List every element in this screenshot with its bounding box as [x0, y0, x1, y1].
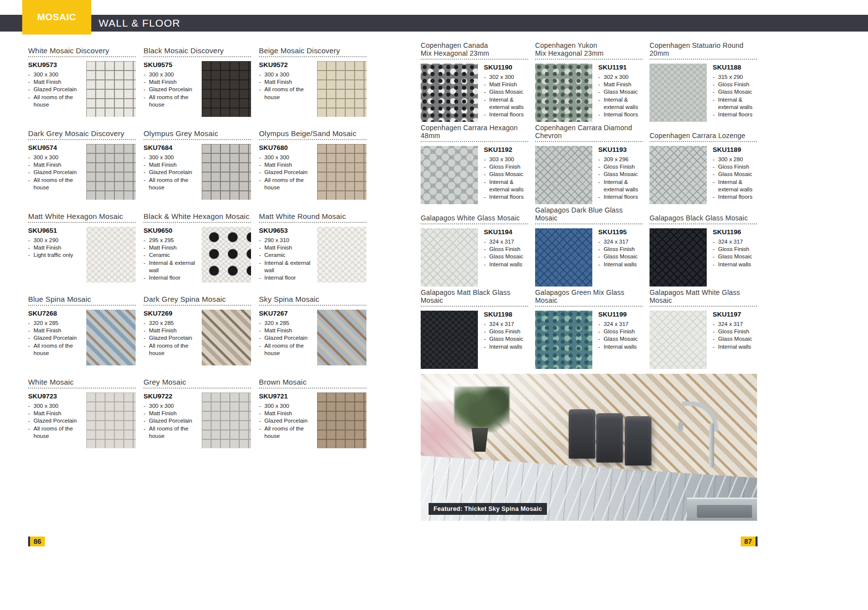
product-info: SKU9721 300 x 300Matt FinishGlazed Porce… [259, 393, 314, 448]
spec-bullet: Matt Finish [259, 410, 314, 417]
product-title: Olympus Grey Mosaic [144, 129, 251, 138]
spec-bullet: Internal & external wall [259, 259, 314, 274]
product-info: SKU9575 300 x 300Matt FinishGlazed Porce… [144, 61, 199, 117]
spec-list: 300 x 290Matt FinishLight traffic only [28, 237, 83, 259]
catalog-header: MOSAIC WALL & FLOOR [0, 0, 868, 36]
product-info: SKU7680 300 x 300Matt FinishGlazed Porce… [259, 144, 314, 200]
spec-bullet: 290 x 310 [259, 237, 314, 244]
spec-list: 324 x 317Gloss FinishGlass MosaicInterna… [484, 238, 528, 268]
product-card: Galapagos Black Glass Mosaic SKU1196 324… [650, 204, 757, 287]
spec-bullet: Ceramic [144, 251, 199, 259]
product-card: White Mosaic SKU9723 300 x 300Matt Finis… [28, 378, 136, 461]
spec-bullet: 320 x 285 [144, 320, 199, 327]
dotted-divider [259, 56, 366, 57]
spec-bullet: 295 x 295 [144, 237, 199, 244]
product-card: Galapagos Green Mix Glass Mosaic SKU1199… [535, 287, 643, 369]
product-sku: SKU1196 [713, 228, 757, 236]
spec-bullet: Glazed Porcelain [259, 169, 314, 176]
tile-swatch-image [202, 227, 251, 283]
product-card: Matt White Round Mosaic SKU9653 290 x 31… [259, 212, 366, 295]
spec-list: 324 x 317Gloss FinishGlass MosaicInterna… [598, 321, 643, 351]
product-info: SKU1197 324 x 317Gloss FinishGlass Mosai… [707, 311, 757, 369]
spec-bullet: Internal floor [144, 274, 199, 282]
spec-bullet: Glass Mosaic [598, 88, 643, 96]
product-info: SKU1193 309 x 296Gloss FinishGlass Mosai… [592, 146, 643, 204]
spec-bullet: 300 x 300 [259, 402, 314, 410]
dotted-divider [421, 306, 528, 307]
product-title: Olympus Beige/Sand Mosaic [259, 129, 366, 138]
product-body: SKU7684 300 x 300Matt FinishGlazed Porce… [144, 144, 251, 200]
product-card: Galapagos Dark Blue Glass Mosaic SKU1195… [535, 204, 643, 287]
tile-swatch-image [535, 311, 592, 369]
spec-bullet: 300 x 300 [259, 71, 314, 78]
product-info: SKU9572 300 x 300Matt FinishAll rooms of… [259, 61, 314, 117]
product-info: SKU1198 324 x 317Gloss FinishGlass Mosai… [478, 311, 528, 369]
product-title: Dark Grey Spina Mosaic [144, 295, 251, 303]
spec-list: 324 x 317Gloss FinishGlass MosaicInterna… [713, 238, 757, 268]
spec-bullet: All rooms of the house [28, 342, 83, 357]
product-body: SKU9721 300 x 300Matt FinishGlazed Porce… [259, 393, 366, 448]
spec-bullet: 300 x 300 [144, 402, 199, 410]
dotted-divider [144, 222, 251, 223]
dotted-divider [421, 59, 528, 60]
spec-bullet: Glazed Porcelain [144, 86, 199, 93]
product-title: Beige Mosaic Discovery [259, 46, 366, 55]
catalog-spread: MOSAIC WALL & FLOOR White Mosaic Discove… [0, 0, 868, 610]
spec-bullet: Glazed Porcelain [28, 169, 83, 176]
product-title: Galapagos Matt Black Glass Mosaic [421, 287, 528, 304]
spec-bullet: All rooms of the house [144, 94, 199, 108]
spec-list: 324 x 317Gloss FinishGlass MosaicInterna… [598, 238, 643, 268]
tile-swatch-image [202, 393, 251, 448]
product-sku: SKU9575 [144, 61, 199, 69]
dotted-divider [650, 223, 757, 224]
tile-swatch-image [535, 228, 592, 287]
spec-bullet: 300 x 300 [28, 402, 83, 410]
product-sku: SKU9651 [28, 227, 83, 234]
product-body: SKU1192 303 x 300Gloss FinishGlass Mosai… [421, 146, 528, 204]
dotted-divider [259, 388, 366, 389]
spec-bullet: Internal floors [598, 193, 643, 201]
dotted-divider [535, 59, 643, 60]
product-sku: SKU1199 [598, 311, 643, 318]
dotted-divider [28, 139, 136, 140]
product-card: Olympus Grey Mosaic SKU7684 300 x 300Mat… [144, 129, 251, 212]
product-sku: SKU7269 [144, 310, 199, 317]
spec-list: 300 x 300Matt FinishGlazed PorcelainAll … [144, 71, 199, 108]
spec-bullet: Internal floors [484, 193, 528, 201]
tile-swatch-image [317, 61, 366, 117]
product-title: Black Mosaic Discovery [144, 46, 251, 55]
product-body: SKU7268 320 x 285Matt FinishGlazed Porce… [28, 310, 136, 365]
spec-bullet: 324 x 317 [484, 321, 528, 328]
canister [625, 416, 651, 466]
product-title: Black & White Hexagon Mosaic [144, 212, 251, 220]
faucet-spout [678, 422, 683, 431]
spec-bullet: 324 x 317 [598, 321, 643, 328]
product-card: Olympus Beige/Sand Mosaic SKU7680 300 x … [259, 129, 366, 212]
spec-bullet: Glass Mosaic [713, 253, 757, 260]
spec-list: 320 x 285Matt FinishGlazed PorcelainAll … [28, 320, 83, 357]
product-card: Matt White Hexagon Mosaic SKU9651 300 x … [28, 212, 136, 295]
spec-list: 300 x 300Matt FinishAll rooms of the hou… [259, 71, 314, 101]
tile-swatch-image [535, 146, 592, 204]
product-info: SKU9722 300 x 300Matt FinishGlazed Porce… [144, 393, 199, 448]
product-sku: SKU1188 [713, 64, 757, 71]
spec-bullet: 300 x 300 [28, 154, 83, 161]
spec-list: 300 x 300Matt FinishGlazed PorcelainAll … [144, 402, 199, 440]
product-card: Dark Grey Mosaic Discovery SKU9574 300 x… [28, 129, 136, 212]
product-body: SKU9650 295 x 295Matt FinishCeramicInter… [144, 227, 251, 283]
spec-bullet: Gloss Finish [598, 163, 643, 171]
spec-bullet: Internal walls [598, 261, 643, 268]
product-card: Galapagos Matt White Glass Mosaic SKU119… [650, 287, 757, 369]
dotted-divider [259, 305, 366, 306]
product-info: SKU7267 320 x 285Matt FinishGlazed Porce… [259, 310, 314, 365]
product-info: SKU7269 320 x 285Matt FinishGlazed Porce… [144, 310, 199, 365]
spec-bullet: Glass Mosaic [598, 335, 643, 343]
spec-list: 324 x 317Gloss FinishGlass MosaicInterna… [713, 321, 757, 351]
spec-bullet: Glass Mosaic [598, 253, 643, 260]
product-sku: SKU1190 [484, 64, 528, 71]
spec-bullet: Internal & external walls [598, 179, 643, 193]
spec-bullet: Matt Finish [484, 81, 528, 88]
spec-bullet: Internal floors [484, 111, 528, 118]
product-body: SKU7680 300 x 300Matt FinishGlazed Porce… [259, 144, 366, 200]
product-card: Galapagos Matt Black Glass Mosaic SKU119… [421, 287, 528, 369]
